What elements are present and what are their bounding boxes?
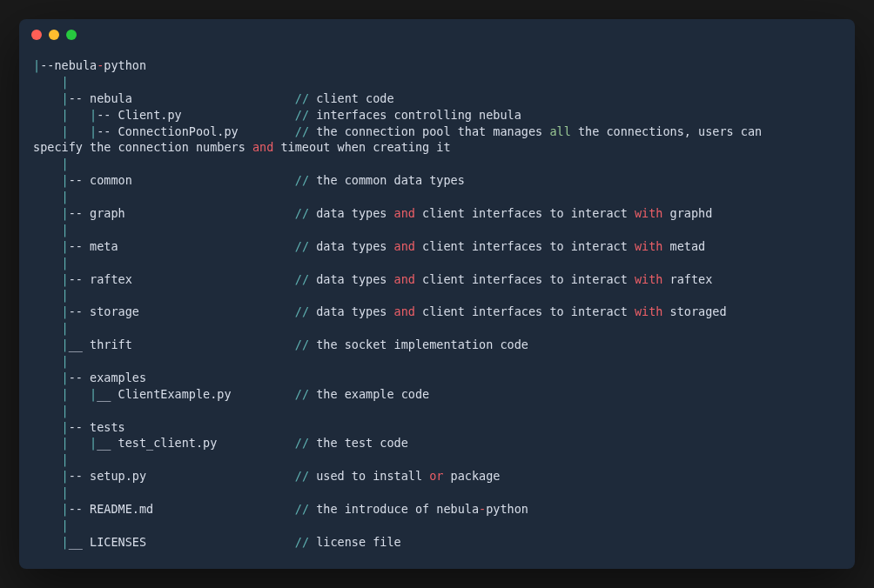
code-segment: |	[62, 75, 69, 89]
code-segment: raftex	[662, 272, 712, 286]
code-line: |	[33, 518, 841, 534]
code-segment: |	[62, 124, 69, 138]
code-line: |	[33, 156, 841, 172]
code-segment	[33, 304, 62, 318]
code-segment: storaged	[662, 304, 726, 318]
code-segment: timeout when creating it	[273, 140, 450, 154]
code-segment	[69, 436, 90, 450]
code-segment: python	[104, 58, 146, 72]
code-segment: -- ConnectionPool.py	[97, 124, 295, 138]
code-line: specify the connection numbers and timeo…	[33, 139, 841, 156]
code-segment: the introduce of nebula	[309, 502, 479, 516]
code-segment: |	[62, 485, 69, 499]
code-segment: specify the connection numbers	[33, 140, 252, 154]
code-segment: //	[295, 469, 309, 483]
code-segment: |	[62, 469, 69, 483]
code-line: |	[33, 403, 841, 419]
code-segment: -- Client.py	[97, 108, 295, 122]
code-segment: //	[295, 337, 309, 351]
code-segment: --nebula	[40, 58, 97, 72]
code-segment: data types	[309, 239, 394, 253]
code-segment: -- setup.py	[69, 469, 295, 483]
code-segment: |	[90, 436, 97, 450]
code-segment: |	[62, 239, 69, 253]
code-line: |	[33, 189, 841, 205]
code-segment: the test code	[309, 436, 408, 450]
code-line: |--nebula-python	[33, 57, 841, 74]
code-segment: //	[295, 502, 309, 516]
code-line: |-- tests	[33, 419, 841, 436]
code-segment	[33, 288, 62, 302]
code-line: |	[33, 320, 841, 337]
code-line: |	[33, 287, 841, 304]
code-segment: -- storage	[69, 304, 295, 318]
code-line: |	[33, 484, 841, 501]
minimize-icon[interactable]	[49, 30, 59, 40]
code-line: |__ thrift // the socket implementation …	[33, 337, 841, 353]
code-segment: license file	[309, 535, 401, 549]
code-segment: //	[295, 108, 309, 122]
code-segment: |	[62, 404, 69, 418]
code-segment: client interfaces to interact	[415, 206, 635, 220]
code-segment: |	[62, 288, 69, 302]
code-segment: -	[479, 502, 486, 516]
code-line: |-- README.md // the introduce of nebula…	[33, 501, 841, 518]
code-line: | |__ test_client.py // the test code	[33, 435, 841, 451]
code-segment	[33, 206, 62, 220]
code-line: |-- meta // data types and client interf…	[33, 238, 841, 255]
code-segment: |	[62, 272, 69, 286]
code-line: |-- raftex // data types and client inte…	[33, 271, 841, 288]
code-segment: and	[394, 304, 415, 318]
code-segment: data types	[309, 304, 394, 318]
code-segment	[33, 157, 62, 170]
code-segment: data types	[309, 272, 394, 286]
code-segment: client code	[309, 91, 394, 105]
code-segment: with	[635, 304, 663, 318]
code-segment: python	[486, 502, 528, 516]
maximize-icon[interactable]	[66, 30, 77, 40]
code-segment	[33, 485, 62, 499]
code-segment: |	[33, 58, 40, 72]
code-segment: |	[62, 535, 69, 549]
code-segment	[33, 321, 62, 335]
code-segment: //	[295, 304, 309, 318]
code-segment: |	[62, 206, 69, 220]
code-segment: -- graph	[69, 206, 295, 220]
code-segment: //	[295, 387, 309, 401]
code-segment: |	[62, 223, 69, 237]
code-segment: -- tests	[69, 420, 125, 434]
code-segment: with	[635, 272, 663, 286]
code-segment	[33, 436, 62, 450]
close-icon[interactable]	[31, 30, 42, 40]
code-segment	[33, 272, 62, 286]
code-segment: //	[295, 272, 309, 286]
code-line: |-- nebula // client code	[33, 90, 841, 107]
code-segment: |	[62, 502, 69, 516]
code-segment	[33, 75, 62, 89]
code-segment	[69, 108, 90, 122]
code-segment: |	[62, 173, 69, 187]
code-segment	[33, 256, 62, 270]
code-segment	[69, 387, 90, 401]
code-line: | |-- Client.py // interfaces controllin…	[33, 107, 841, 124]
code-segment: //	[295, 535, 309, 549]
code-segment: |	[62, 108, 69, 122]
code-segment: |	[62, 304, 69, 318]
code-line: |	[33, 74, 841, 90]
code-segment	[33, 190, 62, 204]
code-segment: __ LICENSES	[69, 535, 295, 549]
code-segment: |	[62, 157, 69, 170]
code-segment: |	[90, 108, 97, 122]
code-segment	[33, 124, 62, 138]
code-segment: client interfaces to interact	[415, 272, 635, 286]
code-segment	[33, 518, 62, 532]
code-segment: interfaces controlling nebula	[309, 108, 521, 122]
terminal-content: |--nebula-python | |-- nebula // client …	[19, 50, 855, 565]
code-segment: with	[635, 239, 663, 253]
code-segment: or	[429, 469, 443, 483]
code-segment	[33, 502, 62, 516]
code-segment: |	[90, 387, 97, 401]
code-line: |	[33, 353, 841, 370]
code-segment: the connection pool that manages	[309, 124, 549, 138]
code-segment: |	[62, 337, 69, 351]
